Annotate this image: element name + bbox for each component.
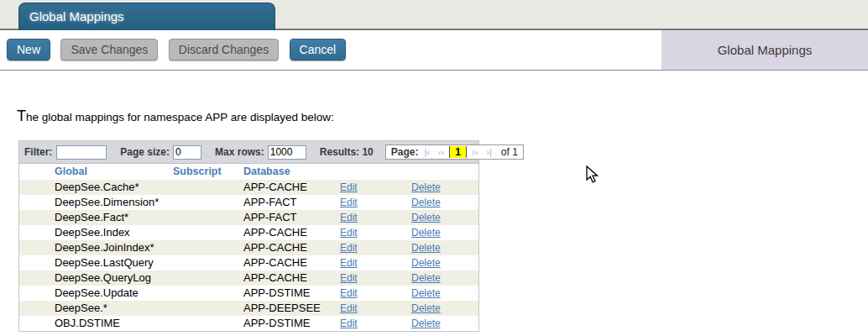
max-rows-input[interactable] — [268, 145, 306, 160]
cancel-button[interactable]: Cancel — [290, 39, 347, 60]
next-page-icon[interactable]: ›› — [472, 147, 478, 157]
save-changes-button[interactable]: Save Changes — [60, 39, 158, 60]
edit-link[interactable]: Edit — [340, 287, 358, 299]
global-cell: DeepSee.QueryLog — [55, 270, 173, 286]
edit-cell: Edit — [340, 270, 411, 286]
prev-page-icon[interactable]: ‹‹ — [438, 147, 444, 157]
table-row: DeepSee.Dimension*APP-FACTEditDelete — [19, 195, 478, 210]
row-spacer-cell — [19, 240, 55, 255]
pager: Page: |‹ ‹‹ 1 ›› ›| of 1 — [385, 144, 524, 160]
subscript-cell — [173, 270, 243, 286]
global-cell: DeepSee.Fact* — [55, 210, 173, 225]
row-spacer-cell — [19, 210, 55, 225]
delete-link[interactable]: Delete — [411, 242, 441, 254]
discard-changes-button[interactable]: Discard Changes — [169, 39, 279, 60]
delete-link[interactable]: Delete — [411, 287, 441, 299]
delete-link[interactable]: Delete — [411, 227, 441, 239]
delete-link[interactable]: Delete — [411, 181, 441, 193]
table-row: DeepSee.UpdateAPP-DSTIMEEditDelete — [19, 286, 478, 301]
table-row: DeepSee.Fact*APP-FACTEditDelete — [19, 210, 478, 225]
edit-cell: Edit — [340, 195, 411, 210]
page-tab-global-mappings[interactable]: Global Mappings — [18, 3, 275, 30]
database-cell: APP-FACT — [243, 195, 340, 210]
delete-cell: Delete — [411, 301, 478, 316]
row-spacer-cell — [19, 316, 55, 331]
delete-cell: Delete — [411, 195, 478, 210]
current-page-number: 1 — [449, 146, 467, 158]
database-cell: APP-CACHE — [243, 270, 340, 286]
mouse-cursor — [586, 165, 602, 184]
edit-cell: Edit — [340, 180, 411, 195]
delete-cell: Delete — [411, 225, 478, 240]
global-cell: OBJ.DSTIME — [55, 316, 173, 331]
edit-link[interactable]: Edit — [340, 272, 358, 284]
database-cell: APP-CACHE — [243, 240, 340, 255]
row-spacer-cell — [19, 225, 55, 240]
delete-link[interactable]: Delete — [411, 302, 441, 314]
edit-link[interactable]: Edit — [340, 212, 358, 223]
row-spacer-cell — [19, 270, 55, 286]
row-spacer-cell — [19, 286, 55, 301]
subscript-cell — [173, 195, 243, 210]
filter-label: Filter: — [24, 146, 52, 158]
row-spacer-cell — [19, 180, 55, 195]
row-spacer-cell — [19, 301, 55, 316]
first-page-icon[interactable]: |‹ — [424, 147, 430, 157]
mappings-table: Global Subscript Database DeepSee.Cache*… — [19, 164, 478, 331]
delete-cell: Delete — [411, 286, 478, 301]
global-cell: DeepSee.Dimension* — [55, 195, 173, 210]
max-rows-label: Max rows: — [215, 146, 264, 158]
table-row: DeepSee.LastQueryAPP-CACHEEditDelete — [19, 255, 478, 270]
edit-cell: Edit — [340, 286, 411, 301]
edit-link[interactable]: Edit — [340, 227, 358, 239]
table-row: DeepSee.QueryLogAPP-CACHEEditDelete — [19, 270, 478, 286]
delete-cell: Delete — [411, 270, 478, 286]
mappings-grid: Filter: Page size: Max rows: Results: 10… — [18, 140, 479, 332]
table-header-row: Global Subscript Database — [19, 164, 478, 180]
edit-link[interactable]: Edit — [340, 302, 358, 314]
subscript-cell — [173, 286, 243, 301]
delete-link[interactable]: Delete — [411, 318, 441, 329]
page-label: Page: — [391, 146, 419, 158]
subscript-cell — [173, 240, 243, 255]
global-cell: DeepSee.LastQuery — [55, 255, 173, 270]
database-cell: APP-DSTIME — [243, 316, 340, 331]
column-header-subscript: Subscript — [173, 164, 243, 180]
delete-link[interactable]: Delete — [411, 272, 441, 284]
database-cell: APP-CACHE — [243, 180, 340, 195]
mappings-table-body: DeepSee.Cache*APP-CACHEEditDeleteDeepSee… — [19, 180, 478, 331]
ribbon-page-title: Global Mappings — [661, 30, 868, 70]
page-size-input[interactable] — [173, 145, 201, 160]
filter-input[interactable] — [56, 145, 107, 160]
database-cell: APP-DSTIME — [243, 286, 340, 301]
edit-cell: Edit — [340, 225, 411, 240]
edit-link[interactable]: Edit — [340, 257, 358, 269]
database-cell: APP-DEEPSEE — [243, 301, 340, 316]
table-row: DeepSee.*APP-DEEPSEEEditDelete — [19, 301, 478, 316]
delete-link[interactable]: Delete — [411, 212, 441, 223]
delete-link[interactable]: Delete — [411, 197, 441, 208]
intro-caption: The global mappings for namespace APP ar… — [17, 108, 334, 125]
last-page-icon[interactable]: ›| — [486, 147, 492, 157]
table-row: DeepSee.IndexAPP-CACHEEditDelete — [19, 225, 478, 240]
database-cell: APP-CACHE — [243, 255, 340, 270]
edit-cell: Edit — [340, 316, 411, 331]
subscript-cell — [173, 180, 243, 195]
new-button[interactable]: New — [7, 39, 50, 60]
subscript-cell — [173, 210, 243, 225]
delete-link[interactable]: Delete — [411, 257, 441, 269]
edit-link[interactable]: Edit — [340, 197, 358, 208]
global-mappings-page: Global Mappings New Save Changes Discard… — [0, 0, 868, 336]
global-cell: DeepSee.Cache* — [55, 180, 173, 195]
subscript-cell — [173, 301, 243, 316]
edit-cell: Edit — [340, 301, 411, 316]
edit-link[interactable]: Edit — [340, 242, 358, 254]
page-size-label: Page size: — [120, 146, 170, 158]
global-cell: DeepSee.Update — [55, 286, 173, 301]
edit-link[interactable]: Edit — [340, 181, 358, 193]
page-count-label: of 1 — [501, 146, 518, 158]
column-header-global: Global — [55, 164, 173, 180]
subscript-cell — [173, 255, 243, 270]
delete-cell: Delete — [411, 210, 478, 225]
edit-link[interactable]: Edit — [340, 318, 358, 329]
